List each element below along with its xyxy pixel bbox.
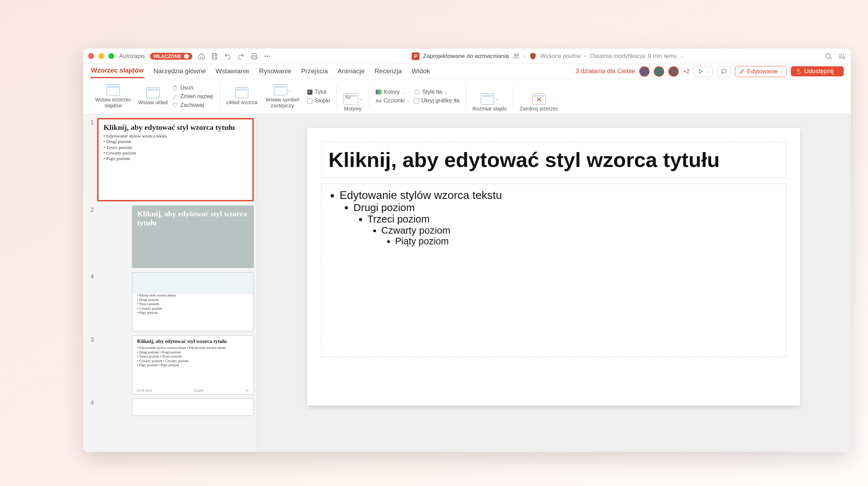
thumb-number: 1 [86,118,94,126]
tab-slide-master[interactable]: Wzorzec slajdów [90,65,144,78]
tab-draw[interactable]: Rysowanie [258,65,292,78]
undo-icon[interactable] [224,52,232,60]
powerpoint-logo-icon: P [412,52,419,60]
title-center: P Zaprojektowane do wzmacniania • Wysoce… [276,52,819,60]
last-modified-label[interactable]: Ostatnia modyfikacja: 9 min temu [590,53,677,60]
chevron-down-icon[interactable]: ⌄ [681,54,684,58]
present-button[interactable]: ⌄ [694,66,713,77]
ribbon-options-icon[interactable] [837,52,846,60]
text-level-4: Czwarty poziom [381,225,778,236]
insert-layout-button[interactable]: Wstaw układ [138,87,168,106]
minimize-window-icon[interactable] [98,53,104,59]
save-icon[interactable] [210,52,219,60]
svg-point-3 [514,54,516,56]
thumb-title: Kliknij, aby edytować styl wzorca tytułu [99,119,252,133]
insert-slide-master-button[interactable]: Wstaw wzorzec slajdów [92,84,134,108]
thumb-body: • Edytuj style wzorca tekstu • Drugi poz… [132,293,253,319]
btn-label: Wstaw symbol zastępczy [261,97,303,108]
ribbon: Wstaw wzorzec slajdów Wstaw układ Usuń Z… [83,79,851,114]
document-title: Zaprojektowane do wzmacniania [423,53,509,60]
title-checkbox[interactable]: Tytuł [307,89,330,95]
thumb-number: 3 [86,335,94,343]
people-icon[interactable] [512,52,520,60]
bg-styles-button[interactable]: Style tła⌄ [414,89,459,95]
more-collaborators[interactable]: +2 [683,68,690,75]
delete-button[interactable]: Usuń [172,85,213,91]
tab-view[interactable]: Widok [411,65,431,78]
actions-for-you-link[interactable]: 3 działania dla Ciebie [576,68,635,75]
more-icon[interactable] [263,52,272,60]
print-icon[interactable] [250,52,258,60]
thumb-number: 4 [86,272,94,280]
btn-label: Zmień nazwę [180,93,213,100]
autosave-state-text: WŁĄCZONE [153,53,182,59]
autosave-label: Autozapis [119,53,145,60]
slide-canvas: Kliknij, aby edytować styl wzorca tytułu… [257,114,851,452]
btn-label: Motywy [344,106,362,112]
chk-label: Stopki [315,98,330,104]
slide-thumbnail[interactable] [132,399,254,416]
btn-label: Style tła [422,89,442,95]
thumb-title: Kliknij, aby edytować styl wzorca tytułu [132,206,253,229]
share-button[interactable]: Udostępnij⌄ [791,66,844,76]
thumbnail-pane[interactable]: 1Kliknij, aby edytować styl wzorca tytuł… [83,114,257,452]
themes-button[interactable]: Aa⌄Motywy [343,93,363,112]
btn-label: Zachowaj [180,102,204,108]
svg-point-0 [265,56,266,57]
thumb-body: • Edytowanie stylów wzorca tekstu • Edyt… [132,346,253,371]
slide-thumbnail[interactable]: Kliknij, aby edytować styl wzorca tytułu… [132,335,254,394]
app-window: Autozapis WŁĄCZONE P Zaprojektowane do w… [83,49,851,452]
sensitivity-label: Wysoce poufne [540,53,581,60]
chk-label: Ukryj grafikę tła [421,98,459,104]
tab-home[interactable]: Narzędzia główne [153,65,207,78]
close-master-button[interactable]: Zamknij wzorzec [520,93,559,112]
btn-label: Układ wzorca [226,100,257,106]
slide-thumbnail[interactable]: Kliknij, aby edytować styl wzorca tytułu… [97,118,254,201]
preserve-button[interactable]: Zachowaj [172,102,213,108]
rename-button[interactable]: Zmień nazwę [172,93,213,100]
toggle-knob-icon [184,54,189,59]
btn-label: Wstaw wzorzec slajdów [92,97,134,108]
avatar[interactable] [668,66,679,77]
home-icon[interactable] [197,52,206,60]
btn-label: Rozmiar slajdu [473,106,507,112]
titlebar-right [824,52,846,60]
slide-thumbnail[interactable]: Kliknij, aby edytować styl wzorca tytułu [132,206,254,268]
avatar[interactable] [639,66,650,77]
slide-size-button[interactable]: ⌄Rozmiar slajdu [473,93,507,112]
btn-label: Zamknij wzorzec [520,106,559,112]
slide-master[interactable]: Kliknij, aby edytować styl wzorca tytułu… [307,128,800,405]
editing-mode-button[interactable]: Edytowanie⌄ [735,66,787,77]
svg-rect-6 [415,90,419,94]
svg-point-1 [267,56,268,57]
thumb-footer: 23.05.2023Stopka‹#› [136,389,249,392]
comments-button[interactable] [717,66,731,77]
fonts-button[interactable]: AaCzcionki⌄ [376,98,410,104]
btn-label: Kolory [384,89,400,95]
body-placeholder[interactable]: Edytowanie stylów wzorca tekstu Drugi po… [321,184,786,357]
maximize-window-icon[interactable] [108,53,114,59]
avatar[interactable] [654,66,664,77]
close-window-icon[interactable] [88,53,94,59]
share-label: Udostępnij [804,68,834,75]
text-level-5: Piąty poziom [395,236,778,247]
editor-body: 1Kliknij, aby edytować styl wzorca tytuł… [83,114,851,452]
slide-thumbnail[interactable]: • Edytuj style wzorca tekstu • Drugi poz… [132,272,254,331]
tab-insert[interactable]: Wstawianie [215,65,250,78]
hide-bg-checkbox[interactable]: Ukryj grafikę tła [414,98,459,104]
editing-label: Edytowanie [747,68,778,75]
autosave-toggle[interactable]: WŁĄCZONE [150,53,192,60]
window-controls [88,53,114,59]
tab-transitions[interactable]: Przejścia [300,65,328,78]
title-placeholder[interactable]: Kliknij, aby edytować styl wzorca tytułu [321,142,786,178]
redo-icon[interactable] [237,52,245,60]
text-level-2: Drugi poziom [353,202,778,213]
insert-placeholder-button[interactable]: ⌄Wstaw symbol zastępczy [261,84,303,108]
master-layout-button[interactable]: Układ wzorca [226,87,257,106]
tab-review[interactable]: Recenzja [374,65,402,78]
search-icon[interactable] [824,52,833,60]
chk-label: Tytuł [315,89,326,95]
colors-button[interactable]: Kolory⌄ [376,89,410,95]
tab-animations[interactable]: Animacje [337,65,365,78]
footers-checkbox[interactable]: Stopki [307,98,330,104]
